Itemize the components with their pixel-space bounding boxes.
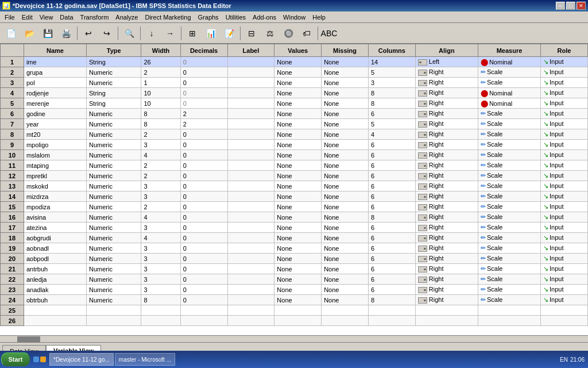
menu-item-direct-marketing[interactable]: Direct Marketing (141, 12, 194, 22)
table-row[interactable]: 20aobpodlNumeric30NoneNone6≡Right✏Scale↘… (1, 254, 588, 264)
table-row[interactable]: 1String260NoneNone14≡Left⬤Nominal↘Input (1, 57, 588, 67)
cell-name[interactable]: mskokd (24, 181, 86, 191)
table-row[interactable]: 18aobgrudiNumeric40NoneNone6≡Right✏Scale… (1, 233, 588, 243)
goto-var-button[interactable]: → (161, 25, 179, 41)
select-button[interactable]: 🔘 (280, 25, 297, 41)
menu-item-file[interactable]: File (1, 12, 18, 22)
open-button[interactable]: 📂 (21, 25, 38, 41)
table-row[interactable]: 5merenjeString100NoneNone8≡Right⬤Nominal… (1, 98, 588, 109)
menu-item-data[interactable]: Data (56, 12, 76, 22)
close-button[interactable]: ✕ (577, 2, 586, 10)
taskbar-item-spss[interactable]: *Devojcice 11-12 go... (49, 353, 114, 366)
role-icon: ↘ (543, 224, 548, 231)
output-button[interactable]: 📊 (202, 25, 219, 41)
save-button[interactable]: 💾 (39, 25, 56, 41)
menu-item-utilities[interactable]: Utilities (222, 12, 249, 22)
cell-columns: 6 (368, 233, 415, 243)
table-row[interactable]: 2grupaNumeric20NoneNone5≡Right✏Scale↘Inp… (1, 67, 588, 78)
minimize-button[interactable]: ─ (556, 2, 565, 10)
table-row[interactable]: 10mslalomNumeric40NoneNone6≡Right✏Scale↘… (1, 150, 588, 160)
weight-button[interactable]: ⚖ (261, 25, 278, 41)
cell-name[interactable]: anledja (24, 274, 86, 285)
cell-name[interactable]: aobnadl (24, 243, 86, 254)
menu-item-analyze[interactable]: Analyze (112, 12, 141, 22)
table-row[interactable]: 21antrbuhNumeric30NoneNone6≡Right✏Scale↘… (1, 264, 588, 274)
name-input[interactable] (26, 59, 84, 66)
table-row[interactable]: 8mt20Numeric20NoneNone4≡Right✏Scale↘Inpu… (1, 129, 588, 140)
table-row[interactable]: 24obtrbuhNumeric80NoneNone8≡Right✏Scale↘… (1, 295, 588, 305)
horizontal-scrollbar[interactable] (0, 335, 588, 342)
cell-name[interactable]: mt20 (24, 129, 86, 140)
cell-name[interactable]: mtaping (24, 160, 86, 171)
menu-item-add-ons[interactable]: Add-ons (249, 12, 280, 22)
table-row[interactable]: 13mskokdNumeric30NoneNone6≡Right✏Scale↘I… (1, 181, 588, 191)
cell-name[interactable]: mpretkl (24, 171, 86, 181)
maximize-button[interactable]: □ (566, 2, 575, 10)
value-labels-button[interactable]: 🏷 (298, 25, 315, 41)
table-row[interactable]: 26 (1, 316, 588, 326)
cell-name[interactable]: atezina (24, 223, 86, 233)
find-button[interactable]: 🔍 (121, 25, 138, 41)
data-editor-button[interactable]: ⊞ (184, 25, 201, 41)
script-button[interactable]: 📝 (220, 25, 238, 41)
cell-name[interactable]: mizdrza (24, 191, 86, 202)
goto-case-button[interactable]: ↓ (143, 25, 160, 41)
col-header-width: Width (141, 44, 180, 57)
menu-item-edit[interactable]: Edit (18, 12, 36, 22)
align-icon: ≡ (418, 266, 427, 273)
table-row[interactable]: 16avisinaNumeric40NoneNone8≡Right✏Scale↘… (1, 212, 588, 223)
table-row[interactable]: 11mtapingNumeric20NoneNone6≡Right✏Scale↘… (1, 160, 588, 171)
cell-label (227, 254, 274, 264)
table-row[interactable]: 6godineNumeric82NoneNone6≡Right✏Scale↘In… (1, 109, 588, 119)
window-controls[interactable]: ─ □ ✕ (556, 2, 586, 10)
cell-name[interactable] (24, 316, 86, 326)
new-button[interactable]: 📄 (2, 25, 20, 41)
cell-values: None (274, 129, 322, 140)
taskbar-item-word[interactable]: master - Microsoft ... (115, 353, 175, 366)
table-row[interactable]: 4rodjenjeString100NoneNone8≡Right⬤Nomina… (1, 88, 588, 98)
start-button[interactable]: Start (1, 352, 30, 366)
spelling-button[interactable]: ABC (320, 25, 338, 41)
redo-button[interactable]: ↪ (98, 25, 115, 41)
cell-name[interactable]: rodjenje (24, 88, 86, 98)
cell-name[interactable]: pol (24, 78, 86, 88)
print-button[interactable]: 🖨️ (57, 25, 75, 41)
table-row[interactable]: 23anadlakNumeric30NoneNone6≡Right✏Scale↘… (1, 285, 588, 295)
menu-item-help[interactable]: Help (309, 12, 329, 22)
table-row[interactable]: 25 (1, 305, 588, 316)
table-row[interactable]: 14mizdrzaNumeric30NoneNone6≡Right✏Scale↘… (1, 191, 588, 202)
cell-name[interactable]: obtrbuh (24, 295, 86, 305)
undo-button[interactable]: ↩ (80, 25, 97, 41)
table-row[interactable]: 7yearNumeric82NoneNone5≡Right✏Scale↘Inpu… (1, 119, 588, 129)
cell-name[interactable]: avisina (24, 212, 86, 223)
cell-name[interactable] (24, 57, 86, 67)
table-row[interactable]: 3polNumeric10NoneNone3≡Right✏Scale↘Input (1, 78, 588, 88)
table-row[interactable]: 12mpretklNumeric20NoneNone6≡Right✏Scale↘… (1, 171, 588, 181)
menu-item-transform[interactable]: Transform (77, 12, 113, 22)
cell-name[interactable]: mpodiza (24, 202, 86, 212)
cell-columns: 6 (368, 254, 415, 264)
cell-name[interactable]: aobpodl (24, 254, 86, 264)
cell-name[interactable]: godine (24, 109, 86, 119)
menu-item-view[interactable]: View (36, 12, 57, 22)
menu-item-window[interactable]: Window (280, 12, 309, 22)
cell-name[interactable]: antrbuh (24, 264, 86, 274)
menu-item-graphs[interactable]: Graphs (195, 12, 222, 22)
table-row[interactable]: 9mpoligoNumeric30NoneNone6≡Right✏Scale↘I… (1, 140, 588, 150)
split-button[interactable]: ⊟ (243, 25, 260, 41)
cell-name[interactable]: grupa (24, 67, 86, 78)
cell-name[interactable]: mpoligo (24, 140, 86, 150)
cell-name[interactable] (24, 305, 86, 316)
cell-name[interactable]: aobgrudi (24, 233, 86, 243)
cell-name[interactable]: mslalom (24, 150, 86, 160)
cell-name[interactable]: anadlak (24, 285, 86, 295)
table-row[interactable]: 22anledjaNumeric30NoneNone6≡Right✏Scale↘… (1, 274, 588, 285)
cell-name[interactable]: merenje (24, 98, 86, 109)
variable-view-table[interactable]: Name Type Width Decimals Label Values Mi… (0, 44, 588, 335)
table-row[interactable]: 19aobnadlNumeric30NoneNone6≡Right✏Scale↘… (1, 243, 588, 254)
language-indicator: EN (560, 356, 568, 363)
table-row[interactable]: 15mpodizaNumeric20NoneNone6≡Right✏Scale↘… (1, 202, 588, 212)
cell-role: ↘Input (541, 109, 588, 119)
cell-name[interactable]: year (24, 119, 86, 129)
table-row[interactable]: 17atezinaNumeric30NoneNone6≡Right✏Scale↘… (1, 223, 588, 233)
